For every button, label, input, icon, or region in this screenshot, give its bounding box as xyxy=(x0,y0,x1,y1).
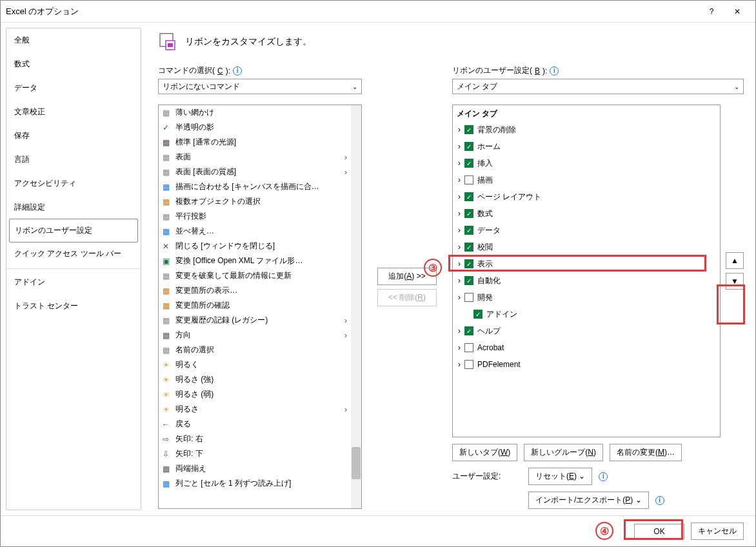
add-button[interactable]: 追加(A) >> xyxy=(377,268,437,285)
tree-node[interactable]: ›✓データ xyxy=(455,222,717,239)
cancel-button[interactable]: キャンセル xyxy=(691,522,744,540)
command-row[interactable]: ←戻る xyxy=(159,417,351,432)
move-down-button[interactable]: ▼ xyxy=(726,273,744,290)
close-button[interactable]: ✕ xyxy=(724,2,750,21)
checkbox[interactable] xyxy=(464,343,473,352)
command-row[interactable]: ▦複数オブジェクトの選択 xyxy=(159,194,351,209)
checkbox[interactable]: ✓ xyxy=(464,259,473,268)
tree-node-label: 背景の削除 xyxy=(477,124,516,135)
command-row[interactable]: ▦名前の選択 xyxy=(159,343,351,357)
tree-node[interactable]: ›✓校閲 xyxy=(455,239,717,255)
command-row[interactable]: ▦列ごと [セルを 1 列ずつ読み上げ] xyxy=(159,476,351,491)
ribbon-tree[interactable]: メイン タブ ›✓背景の削除›✓ホーム›✓挿入›描画›✓ページ レイアウト›✓数… xyxy=(452,104,721,437)
command-row[interactable]: ☀明るさ› xyxy=(159,402,351,417)
scrollbar[interactable] xyxy=(351,105,361,508)
command-row[interactable]: ▣変換 [Office Open XML ファイル形… xyxy=(159,254,351,268)
command-row[interactable]: ✕閉じる [ウィンドウを閉じる] xyxy=(159,239,351,254)
checkbox[interactable]: ✓ xyxy=(464,226,473,235)
page-heading: リボンをカスタマイズします。 xyxy=(158,32,744,52)
help-button[interactable]: ? xyxy=(699,2,724,21)
sidebar-item-10[interactable]: アドイン xyxy=(6,268,141,294)
sidebar-item-4[interactable]: 保存 xyxy=(6,124,141,148)
tree-node[interactable]: ✓アドイン xyxy=(455,306,717,323)
ok-button[interactable]: OK xyxy=(634,524,684,539)
checkbox[interactable]: ✓ xyxy=(464,209,473,218)
sidebar-item-8[interactable]: リボンのユーザー設定 xyxy=(9,219,138,243)
info-icon[interactable]: i xyxy=(599,472,608,481)
info-icon[interactable]: i xyxy=(655,496,664,505)
checkbox[interactable]: ✓ xyxy=(464,125,473,134)
command-row[interactable]: ▦標準 [通常の光源] xyxy=(159,135,351,150)
tree-node[interactable]: ›PDFelement xyxy=(455,356,717,373)
tree-node[interactable]: ›✓ヘルプ xyxy=(455,323,717,339)
tree-node[interactable]: ›✓数式 xyxy=(455,205,717,222)
command-row[interactable]: ▦変更を破棄して最新の情報に更新 xyxy=(159,268,351,283)
scrollbar-thumb[interactable] xyxy=(352,447,361,479)
sidebar-item-0[interactable]: 全般 xyxy=(6,28,141,52)
command-icon: ▦ xyxy=(160,181,172,193)
sidebar-item-3[interactable]: 文章校正 xyxy=(6,100,141,124)
info-icon[interactable]: i xyxy=(233,66,242,75)
command-row[interactable]: ▦表面› xyxy=(159,150,351,164)
reset-button[interactable]: リセット(E) ⌄ xyxy=(528,468,592,485)
rename-button[interactable]: 名前の変更(M)… xyxy=(610,444,682,461)
command-row[interactable]: ▦方向› xyxy=(159,328,351,343)
tree-node[interactable]: ›✓自動化 xyxy=(455,272,717,289)
checkbox[interactable]: ✓ xyxy=(464,276,473,285)
command-row[interactable]: ⇩矢印: 下 xyxy=(159,446,351,461)
tree-node[interactable]: ›Acrobat xyxy=(455,339,717,356)
sidebar-item-9[interactable]: クイック アクセス ツール バー xyxy=(6,242,141,266)
command-row[interactable]: ▦薄い網かけ xyxy=(159,105,351,120)
remove-button[interactable]: << 削除(R) xyxy=(377,289,437,306)
new-tab-button[interactable]: 新しいタブ(W) xyxy=(452,444,517,461)
tree-node[interactable]: ›描画 xyxy=(455,172,717,188)
new-group-button[interactable]: 新しいグループ(N) xyxy=(524,444,603,461)
checkbox[interactable]: ✓ xyxy=(464,326,473,335)
checkbox[interactable] xyxy=(464,175,473,184)
command-row[interactable]: ▦表面 [表面の質感]› xyxy=(159,164,351,179)
command-row[interactable]: ☀明るく xyxy=(159,357,351,372)
tree-node[interactable]: ›✓背景の削除 xyxy=(455,121,717,138)
command-row[interactable]: ▦描画に合わせる [キャンバスを描画に合… xyxy=(159,179,351,194)
command-row[interactable]: ✓半透明の影 xyxy=(159,120,351,135)
ribbon-target-dropdown[interactable]: メイン タブ ⌄ xyxy=(452,79,744,94)
commands-label: コマンドの選択(C): i xyxy=(158,65,362,76)
checkbox[interactable] xyxy=(464,293,473,302)
command-label: 平行投影 xyxy=(175,211,350,222)
checkbox[interactable] xyxy=(464,360,473,369)
tree-node[interactable]: ›✓挿入 xyxy=(455,155,717,172)
chevron-right-icon: › xyxy=(455,193,463,201)
info-icon[interactable]: i xyxy=(550,66,559,75)
checkbox[interactable]: ✓ xyxy=(473,310,482,319)
command-row[interactable]: ▦並べ替え… xyxy=(159,224,351,239)
sidebar-item-5[interactable]: 言語 xyxy=(6,148,141,172)
tree-node[interactable]: ›開発 xyxy=(455,289,717,306)
tree-node[interactable]: ›✓ページ レイアウト xyxy=(455,188,717,205)
move-up-button[interactable]: ▲ xyxy=(726,252,744,269)
checkbox[interactable]: ✓ xyxy=(464,243,473,252)
checkbox[interactable]: ✓ xyxy=(464,142,473,151)
commands-source-dropdown[interactable]: リボンにないコマンド ⌄ xyxy=(158,79,362,94)
triangle-down-icon: ▼ xyxy=(731,277,739,286)
command-row[interactable]: ▦変更箇所の表示… xyxy=(159,283,351,298)
sidebar-item-11[interactable]: トラスト センター xyxy=(6,294,141,318)
command-row[interactable]: ▦両端揃え xyxy=(159,461,351,476)
tree-node[interactable]: ›✓ホーム xyxy=(455,138,717,155)
checkbox[interactable]: ✓ xyxy=(464,159,473,168)
sidebar-item-6[interactable]: アクセシビリティ xyxy=(6,172,141,195)
chevron-right-icon: › xyxy=(455,277,463,284)
tree-node[interactable]: ›✓表示 xyxy=(455,255,717,272)
command-row[interactable]: ▦変更箇所の確認 xyxy=(159,298,351,313)
command-row[interactable]: ☀明るさ (弱) xyxy=(159,387,351,402)
import-export-button[interactable]: インポート/エクスポート(P) ⌄ xyxy=(528,492,649,509)
command-row[interactable]: ▦変更履歴の記録 (レガシー)› xyxy=(159,313,351,328)
tree-node-label: 挿入 xyxy=(477,158,493,169)
command-row[interactable]: ⇨矢印: 右 xyxy=(159,432,351,446)
commands-listbox[interactable]: ▦薄い網かけ✓半透明の影▦標準 [通常の光源]▦表面›▦表面 [表面の質感]›▦… xyxy=(158,104,362,509)
command-row[interactable]: ☀明るさ (強) xyxy=(159,372,351,387)
command-row[interactable]: ▦平行投影 xyxy=(159,209,351,224)
sidebar-item-7[interactable]: 詳細設定 xyxy=(6,195,141,219)
sidebar-item-2[interactable]: データ xyxy=(6,76,141,100)
checkbox[interactable]: ✓ xyxy=(464,192,473,201)
sidebar-item-1[interactable]: 数式 xyxy=(6,52,141,76)
